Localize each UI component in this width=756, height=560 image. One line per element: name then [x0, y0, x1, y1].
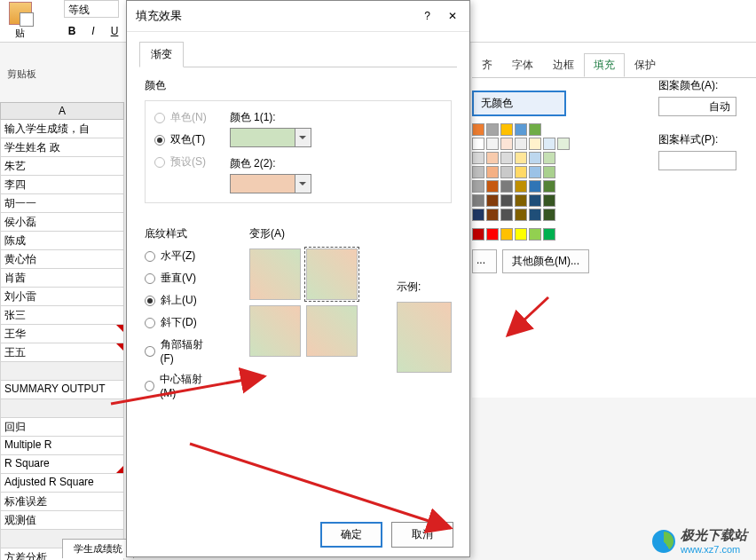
- color-swatch[interactable]: [529, 180, 541, 193]
- color-swatch[interactable]: [486, 228, 499, 241]
- cell[interactable]: 李四: [0, 176, 124, 194]
- paste-button[interactable]: 贴: [0, 0, 40, 40]
- cell[interactable]: SUMMARY OUTPUT: [0, 381, 124, 399]
- variant-1[interactable]: [249, 248, 301, 300]
- other-colors-button[interactable]: 其他颜色(M)...: [502, 249, 589, 273]
- cell[interactable]: 张三: [0, 306, 124, 325]
- color-swatch[interactable]: [543, 180, 555, 193]
- color-swatch[interactable]: [515, 138, 527, 150]
- cell[interactable]: 侯小磊: [0, 213, 124, 232]
- italic-button[interactable]: I: [85, 23, 101, 39]
- pattern-color-combo[interactable]: 自动: [658, 97, 736, 116]
- color-swatch[interactable]: [543, 152, 555, 164]
- color-swatch[interactable]: [500, 138, 513, 150]
- color-swatch[interactable]: [529, 194, 541, 207]
- variant-4[interactable]: [306, 305, 358, 357]
- format-tab-边框[interactable]: 边框: [543, 53, 584, 77]
- cell[interactable]: R Square: [0, 455, 124, 474]
- color-swatch[interactable]: [543, 209, 555, 221]
- color-swatch[interactable]: [500, 228, 513, 241]
- ok-button[interactable]: 确定: [320, 522, 382, 548]
- color-swatch[interactable]: [472, 228, 484, 241]
- color-swatch[interactable]: [529, 152, 541, 164]
- radio-diagonal-up[interactable]: 斜上(U): [145, 293, 214, 308]
- column-header-a[interactable]: A: [0, 102, 124, 120]
- color-swatch[interactable]: [515, 152, 527, 164]
- bold-button[interactable]: B: [64, 23, 80, 39]
- color-swatch[interactable]: [500, 166, 513, 178]
- color-swatch[interactable]: [472, 180, 484, 193]
- format-tab-填充[interactable]: 填充: [584, 53, 625, 77]
- variant-3[interactable]: [249, 305, 301, 357]
- cell[interactable]: 回归: [0, 418, 124, 437]
- color-swatch[interactable]: [486, 209, 499, 221]
- color-swatch[interactable]: [529, 166, 541, 178]
- color-swatch[interactable]: [515, 194, 527, 207]
- color-swatch[interactable]: [543, 138, 555, 150]
- color-swatch[interactable]: [543, 166, 555, 178]
- color-swatch[interactable]: [500, 180, 513, 193]
- no-color-option[interactable]: 无颜色: [472, 91, 566, 116]
- cancel-button[interactable]: 取消: [391, 522, 453, 548]
- format-tab-保护[interactable]: 保护: [625, 53, 665, 77]
- color-swatch[interactable]: [486, 152, 499, 164]
- radio-horizontal[interactable]: 水平(Z): [145, 248, 214, 264]
- color-swatch[interactable]: [472, 152, 484, 164]
- radio-from-corner[interactable]: 角部辐射(F): [145, 337, 214, 365]
- color-swatch[interactable]: [472, 138, 484, 150]
- color-swatch[interactable]: [486, 166, 499, 178]
- cell[interactable]: 刘小雷: [0, 288, 124, 306]
- help-button[interactable]: ?: [421, 10, 434, 22]
- cell[interactable]: 观测值: [0, 511, 124, 530]
- color-swatch[interactable]: [486, 138, 499, 150]
- cell[interactable]: 胡一一: [0, 194, 124, 213]
- font-name-combo[interactable]: 等线: [64, 0, 119, 18]
- color-swatch[interactable]: [515, 166, 527, 178]
- color-swatch[interactable]: [543, 228, 555, 241]
- sheet-tab[interactable]: 学生成绩统: [62, 539, 134, 558]
- radio-from-center[interactable]: 中心辐射(M): [145, 372, 214, 399]
- cell[interactable]: 王五: [0, 343, 124, 362]
- color-swatch[interactable]: [515, 228, 527, 241]
- pattern-style-combo[interactable]: [658, 151, 736, 170]
- color-swatch[interactable]: [500, 123, 513, 136]
- color-swatch[interactable]: [472, 123, 484, 136]
- color-swatch[interactable]: [486, 123, 499, 136]
- color-swatch[interactable]: [486, 194, 499, 207]
- color-swatch[interactable]: [557, 138, 570, 150]
- radio-diagonal-down[interactable]: 斜下(D): [145, 315, 214, 330]
- color-swatch[interactable]: [486, 180, 499, 193]
- color-swatch[interactable]: [543, 194, 555, 207]
- radio-vertical[interactable]: 垂直(V): [145, 271, 214, 286]
- dialog-titlebar[interactable]: 填充效果 ? ✕: [127, 1, 469, 32]
- cell[interactable]: Adjusted R Square: [0, 474, 124, 493]
- color-swatch[interactable]: [472, 166, 484, 178]
- cell[interactable]: 王华: [0, 325, 124, 343]
- color-swatch[interactable]: [472, 209, 484, 221]
- color-swatch[interactable]: [500, 194, 513, 207]
- color2-combo[interactable]: [230, 174, 311, 193]
- cell[interactable]: 陈成: [0, 232, 124, 250]
- format-tab-齐[interactable]: 齐: [472, 53, 502, 77]
- color-swatch[interactable]: [515, 209, 527, 221]
- cell[interactable]: 黄心怡: [0, 250, 124, 269]
- cell[interactable]: 肖茜: [0, 269, 124, 288]
- color-swatch[interactable]: [500, 209, 513, 221]
- underline-button[interactable]: U: [106, 23, 122, 39]
- variant-2[interactable]: [306, 248, 358, 300]
- gradient-tab[interactable]: 渐变: [139, 42, 184, 67]
- cell[interactable]: [0, 399, 124, 418]
- cell[interactable]: 标准误差: [0, 493, 124, 511]
- color-swatch[interactable]: [529, 138, 541, 150]
- cell[interactable]: 朱艺: [0, 157, 124, 176]
- cell[interactable]: Multiple R: [0, 437, 124, 455]
- color-swatch[interactable]: [529, 123, 541, 136]
- color-swatch[interactable]: [515, 123, 527, 136]
- radio-two-color[interactable]: 双色(T): [154, 132, 207, 147]
- cell[interactable]: [0, 362, 124, 381]
- close-button[interactable]: ✕: [445, 10, 461, 22]
- color-swatch[interactable]: [472, 194, 484, 207]
- color-swatch[interactable]: [529, 209, 541, 221]
- cell[interactable]: 输入学生成绩，自: [0, 120, 124, 138]
- color-swatch[interactable]: [500, 152, 513, 164]
